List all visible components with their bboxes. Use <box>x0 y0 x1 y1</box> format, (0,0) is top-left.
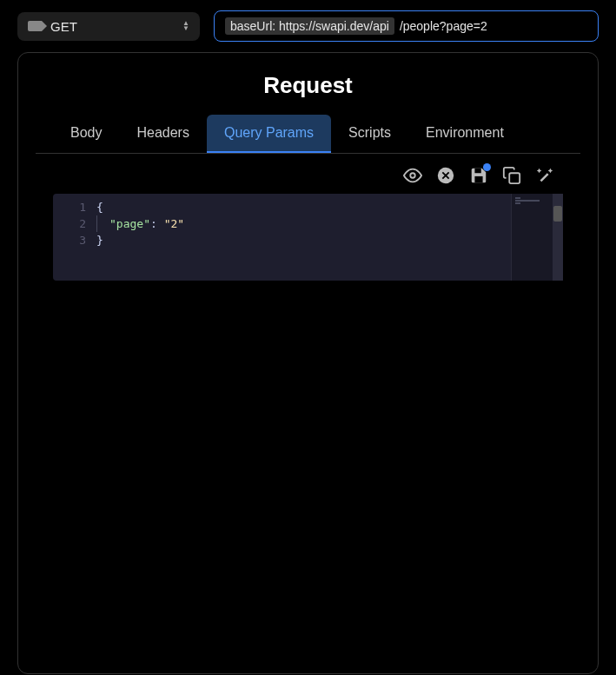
editor-toolbar <box>18 154 598 194</box>
panel-title: Request <box>18 53 598 115</box>
scrollbar-track[interactable] <box>553 194 563 281</box>
close-circle-icon <box>436 166 455 185</box>
scrollbar-thumb[interactable] <box>553 206 562 222</box>
tab-body[interactable]: Body <box>53 115 119 153</box>
tab-scripts[interactable]: Scripts <box>331 115 408 153</box>
svg-rect-3 <box>474 176 482 182</box>
http-method-selector[interactable]: GET ▲▼ <box>17 12 200 41</box>
tab-headers[interactable]: Headers <box>119 115 206 153</box>
base-url-chip: baseUrl: https://swapi.dev/api <box>225 17 394 35</box>
minimap[interactable] <box>511 194 563 281</box>
code-content[interactable]: { "page": "2" } <box>96 194 511 281</box>
method-label: GET <box>50 19 174 34</box>
eye-icon <box>403 166 422 185</box>
unsaved-indicator <box>483 163 491 171</box>
chevron-up-down-icon: ▲▼ <box>182 21 189 31</box>
clear-button[interactable] <box>436 166 455 185</box>
svg-rect-2 <box>474 169 480 174</box>
line-number: 3 <box>53 232 86 248</box>
copy-icon <box>502 166 521 185</box>
line-number: 1 <box>53 199 86 215</box>
url-path: /people?page=2 <box>400 19 487 33</box>
line-number: 2 <box>53 215 86 232</box>
magic-wand-icon <box>535 166 554 185</box>
svg-point-0 <box>410 173 415 178</box>
tab-environment[interactable]: Environment <box>408 115 521 153</box>
format-button[interactable] <box>535 166 554 185</box>
minimap-preview <box>515 197 549 205</box>
copy-button[interactable] <box>502 166 521 185</box>
tab-query-params[interactable]: Query Params <box>207 115 331 153</box>
tab-bar: Body Headers Query Params Scripts Enviro… <box>36 115 580 154</box>
code-editor[interactable]: 1 2 3 { "page": "2" } <box>53 194 563 281</box>
save-button[interactable] <box>469 166 488 185</box>
tag-icon <box>28 21 42 31</box>
preview-button[interactable] <box>403 166 422 185</box>
svg-rect-4 <box>509 173 520 183</box>
line-gutter: 1 2 3 <box>53 194 96 281</box>
request-panel: Request Body Headers Query Params Script… <box>17 52 599 674</box>
json-value: "2" <box>164 217 184 230</box>
json-key: "page" <box>109 217 150 230</box>
url-input[interactable]: baseUrl: https://swapi.dev/api /people?p… <box>214 10 599 42</box>
